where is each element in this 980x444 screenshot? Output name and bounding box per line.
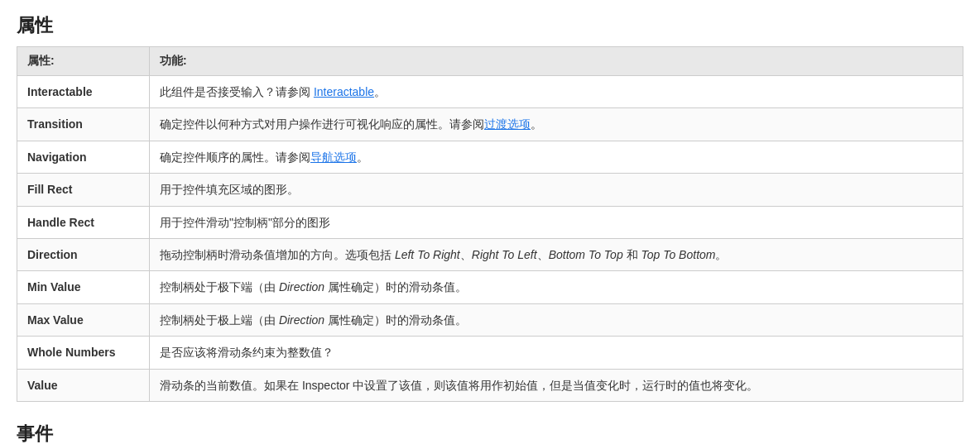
property-desc: 拖动控制柄时滑动条值增加的方向。选项包括 Left To Right、Right… xyxy=(150,238,963,270)
table-row: Fill Rect用于控件填充区域的图形。 xyxy=(17,174,963,206)
table-row: Value滑动条的当前数值。如果在 Inspector 中设置了该值，则该值将用… xyxy=(17,369,963,401)
property-attr: Direction xyxy=(17,238,150,270)
table-row: Navigation确定控件顺序的属性。请参阅导航选项。 xyxy=(17,141,963,173)
property-attr: Value xyxy=(17,369,150,401)
table-row: Direction拖动控制柄时滑动条值增加的方向。选项包括 Left To Ri… xyxy=(17,238,963,270)
property-desc: 确定控件以何种方式对用户操作进行可视化响应的属性。请参阅过渡选项。 xyxy=(150,108,963,141)
properties-title: 属性 xyxy=(17,13,963,38)
table-row: Handle Rect用于控件滑动"控制柄"部分的图形 xyxy=(17,206,963,238)
property-attr: Handle Rect xyxy=(17,206,150,238)
table-row: Min Value控制柄处于极下端（由 Direction 属性确定）时的滑动条… xyxy=(17,271,963,303)
property-attr: Min Value xyxy=(17,271,150,303)
property-attr: Transition xyxy=(17,108,150,141)
property-attr: Max Value xyxy=(17,303,150,336)
property-desc: 用于控件滑动"控制柄"部分的图形 xyxy=(150,206,963,238)
property-desc: 用于控件填充区域的图形。 xyxy=(150,174,963,206)
events-title: 事件 xyxy=(17,422,963,444)
table-row: Max Value控制柄处于极上端（由 Direction 属性确定）时的滑动条… xyxy=(17,303,963,336)
property-desc: 控制柄处于极下端（由 Direction 属性确定）时的滑动条值。 xyxy=(150,271,963,303)
table-row: Interactable此组件是否接受输入？请参阅 Interactable。 xyxy=(17,76,963,108)
property-desc: 控制柄处于极上端（由 Direction 属性确定）时的滑动条值。 xyxy=(150,303,963,336)
property-desc: 确定控件顺序的属性。请参阅导航选项。 xyxy=(150,141,963,173)
table-row: Whole Numbers是否应该将滑动条约束为整数值？ xyxy=(17,337,963,369)
properties-table: 属性: 功能: Interactable此组件是否接受输入？请参阅 Intera… xyxy=(17,46,963,402)
property-desc: 此组件是否接受输入？请参阅 Interactable。 xyxy=(150,76,963,108)
properties-col2-header: 功能: xyxy=(150,47,963,76)
property-desc: 是否应该将滑动条约束为整数值？ xyxy=(150,337,963,369)
property-desc: 滑动条的当前数值。如果在 Inspector 中设置了该值，则该值将用作初始值，… xyxy=(150,369,963,401)
property-attr: Fill Rect xyxy=(17,174,150,206)
table-row: Transition确定控件以何种方式对用户操作进行可视化响应的属性。请参阅过渡… xyxy=(17,108,963,141)
property-attr: Navigation xyxy=(17,141,150,173)
properties-col1-header: 属性: xyxy=(17,47,150,76)
property-attr: Interactable xyxy=(17,76,150,108)
page-container: 属性 属性: 功能: Interactable此组件是否接受输入？请参阅 Int… xyxy=(17,13,963,444)
property-attr: Whole Numbers xyxy=(17,337,150,369)
